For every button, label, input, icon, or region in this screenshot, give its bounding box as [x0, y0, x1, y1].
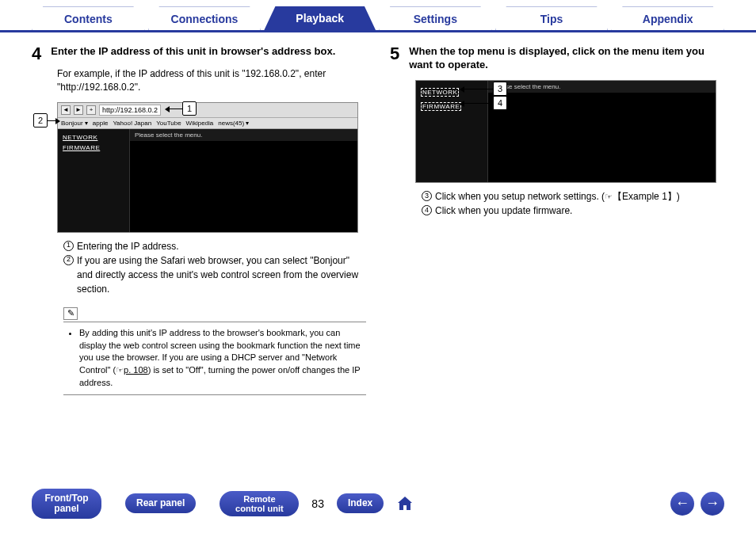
bookmark-news: news(45) ▾: [218, 120, 249, 127]
bookmark-apple: apple: [93, 120, 109, 127]
browser-fwd-icon: ►: [74, 105, 83, 115]
legend-row-3: 3 Click when you setup network settings.…: [422, 189, 724, 204]
browser-toolbar: ◄ ► + http://192.168.0.2: [58, 103, 357, 118]
bookmark-wikipedia: Wikipedia: [186, 120, 214, 127]
callout-arrow-2: [55, 118, 60, 124]
step4-legend: 1 Entering the IP address. 2 If you are …: [63, 239, 366, 296]
step4-header: 4 Enter the IP address of this unit in b…: [32, 45, 366, 63]
legend-row-2: 2 If you are using the Safari web browse…: [63, 253, 366, 296]
bottom-nav: Front/Top panel Rear panel Remote contro…: [0, 489, 756, 519]
circle-num-3-icon: 3: [422, 191, 432, 201]
sidebar-network: NETWORK: [63, 134, 124, 141]
tab-playback[interactable]: Playback: [264, 6, 376, 30]
bookmark-youtube: YouTube: [156, 120, 181, 127]
hand-icon-1: ☞: [116, 365, 124, 375]
content-columns: 4 Enter the IP address of this unit in b…: [0, 32, 756, 395]
step5-legend: 3 Click when you setup network settings.…: [422, 189, 724, 218]
front-top-panel-button[interactable]: Front/Top panel: [32, 489, 101, 519]
legend-text-3: Click when you setup network settings. (…: [435, 189, 680, 204]
top-tabs: Contents Connections Playback Settings T…: [0, 0, 756, 32]
note-box: By adding this unit's IP address to the …: [63, 322, 366, 396]
tab-contents[interactable]: Contents: [32, 6, 145, 30]
bookmark-bonjour: Bonjour ▾: [61, 120, 88, 127]
browser2-main-heading: Please select the menu.: [488, 81, 716, 93]
legend-text-3c: ): [677, 191, 680, 202]
legend-text-3a: Click when you setup network settings. (: [435, 191, 605, 202]
hand-icon-2: ☞: [605, 192, 613, 201]
sidebar2-firmware: FIRMWARE: [421, 102, 461, 111]
legend-text-4: Click when you update firmware.: [435, 204, 572, 218]
tab-connections[interactable]: Connections: [148, 6, 262, 30]
bookmark-yahoo: Yahoo! Japan: [113, 120, 151, 127]
browser2-sidebar: NETWORK FIRMWARE: [416, 81, 487, 182]
sidebar2-network: NETWORK: [421, 88, 459, 97]
tab-appendix[interactable]: Appendix: [611, 6, 724, 30]
step4-subtitle: For example, if the IP address of this u…: [57, 67, 366, 94]
callout-box-4: 4: [493, 96, 507, 110]
next-page-button[interactable]: →: [701, 492, 724, 516]
browser2-mock: NETWORK FIRMWARE Please select the menu.: [415, 80, 716, 183]
left-column: 4 Enter the IP address of this unit in b…: [32, 45, 366, 395]
legend-row-1: 1 Entering the IP address.: [63, 239, 366, 253]
callout-line-4: [463, 103, 493, 104]
callout-arrow-4: [460, 101, 464, 107]
circle-num-4-icon: 4: [422, 205, 432, 215]
legend-text-3b: 【Example 1】: [613, 191, 677, 202]
right-column: 5 When the top menu is displayed, click …: [390, 45, 724, 395]
callout-box-3: 3: [493, 82, 507, 96]
browser-plus-icon: +: [86, 105, 96, 115]
browser-bookmarks: Bonjour ▾ apple Yahoo! Japan YouTube Wik…: [58, 118, 357, 129]
legend-text-2: If you are using the Safari web browser,…: [77, 253, 366, 296]
circle-num-1-icon: 1: [63, 241, 74, 251]
tab-settings[interactable]: Settings: [379, 6, 492, 30]
legend-row-4: 4 Click when you update firmware.: [422, 204, 724, 218]
callout-box-2: 2: [33, 113, 48, 128]
browser-sidebar: NETWORK FIRMWARE: [58, 129, 129, 232]
note-link[interactable]: p. 108: [124, 365, 148, 375]
page-number: 83: [311, 497, 324, 510]
pencil-icon: ✎: [63, 307, 78, 320]
browser-mock: ◄ ► + http://192.168.0.2 Bonjour ▾ apple…: [57, 102, 358, 233]
callout-arrow-1: [165, 106, 170, 112]
circle-num-2-icon: 2: [63, 255, 74, 265]
browser-main: Please select the menu.: [129, 129, 357, 232]
callout-box-1: 1: [182, 101, 197, 116]
browser-back-icon: ◄: [61, 105, 71, 115]
sidebar-firmware: FIRMWARE: [63, 144, 124, 151]
browser-address: http://192.168.0.2: [99, 105, 161, 116]
step5-header: 5 When the top menu is displayed, click …: [390, 45, 724, 72]
step5-title: When the top menu is displayed, click on…: [409, 45, 724, 72]
prev-page-button[interactable]: ←: [670, 492, 694, 516]
index-button[interactable]: Index: [337, 493, 384, 513]
browser2-main: Please select the menu.: [487, 81, 716, 182]
remote-control-button[interactable]: Remote control unit: [220, 491, 299, 516]
step5-number: 5: [390, 45, 399, 72]
step4-number: 4: [32, 45, 41, 63]
browser2-wrap: 3 4 NETWORK FIRMWARE Please select the m…: [415, 80, 724, 183]
callout-line-3: [463, 89, 493, 89]
browser-main-heading: Please select the menu.: [130, 129, 357, 141]
step4-title: Enter the IP address of this unit in bro…: [51, 45, 335, 63]
browser-mock-wrap: 1 2 ◄ ► + http://192.168.0.2 Bonjour ▾ a…: [57, 102, 366, 233]
callout-line-1: [168, 109, 182, 109]
tab-tips[interactable]: Tips: [495, 6, 609, 30]
callout-arrow-3: [460, 86, 464, 93]
legend-text-1: Entering the IP address.: [77, 239, 179, 253]
rear-panel-button[interactable]: Rear panel: [125, 493, 196, 513]
browser-body: NETWORK FIRMWARE Please select the menu.: [58, 129, 357, 232]
home-icon[interactable]: [395, 493, 415, 514]
